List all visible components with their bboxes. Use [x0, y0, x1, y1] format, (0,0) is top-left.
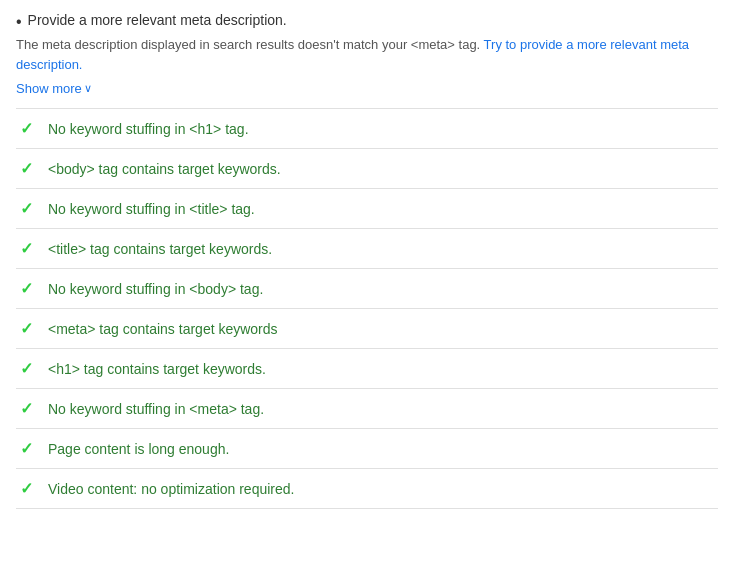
- check-item: ✓No keyword stuffing in <body> tag.: [16, 269, 718, 309]
- check-icon: ✓: [20, 399, 38, 418]
- check-icon: ✓: [20, 199, 38, 218]
- check-icon: ✓: [20, 319, 38, 338]
- check-label: <h1> tag contains target keywords.: [48, 361, 266, 377]
- check-icon: ✓: [20, 359, 38, 378]
- check-item: ✓No keyword stuffing in <meta> tag.: [16, 389, 718, 429]
- check-item: ✓No keyword stuffing in <title> tag.: [16, 189, 718, 229]
- check-list: ✓No keyword stuffing in <h1> tag.✓<body>…: [16, 108, 718, 509]
- show-more-label: Show more: [16, 81, 82, 96]
- check-icon: ✓: [20, 439, 38, 458]
- warning-title: • Provide a more relevant meta descripti…: [16, 12, 718, 31]
- check-icon: ✓: [20, 279, 38, 298]
- check-item: ✓Page content is long enough.: [16, 429, 718, 469]
- check-label: No keyword stuffing in <body> tag.: [48, 281, 263, 297]
- bullet-icon: •: [16, 12, 22, 31]
- show-more-link[interactable]: Show more ∨: [16, 81, 92, 96]
- warning-description: The meta description displayed in search…: [16, 35, 718, 74]
- chevron-down-icon: ∨: [84, 82, 92, 95]
- check-icon: ✓: [20, 159, 38, 178]
- check-label: <body> tag contains target keywords.: [48, 161, 281, 177]
- check-label: No keyword stuffing in <h1> tag.: [48, 121, 249, 137]
- check-item: ✓No keyword stuffing in <h1> tag.: [16, 109, 718, 149]
- check-item: ✓<h1> tag contains target keywords.: [16, 349, 718, 389]
- warning-section: • Provide a more relevant meta descripti…: [16, 12, 718, 100]
- check-icon: ✓: [20, 119, 38, 138]
- check-icon: ✓: [20, 479, 38, 498]
- check-item: ✓Video content: no optimization required…: [16, 469, 718, 509]
- check-label: No keyword stuffing in <title> tag.: [48, 201, 255, 217]
- check-label: Video content: no optimization required.: [48, 481, 294, 497]
- warning-title-text: Provide a more relevant meta description…: [28, 12, 287, 28]
- check-item: ✓<meta> tag contains target keywords: [16, 309, 718, 349]
- check-item: ✓<title> tag contains target keywords.: [16, 229, 718, 269]
- warning-link[interactable]: Try to provide a more relevant meta desc…: [16, 37, 689, 72]
- check-label: <meta> tag contains target keywords: [48, 321, 278, 337]
- check-item: ✓<body> tag contains target keywords.: [16, 149, 718, 189]
- check-label: Page content is long enough.: [48, 441, 229, 457]
- check-label: <title> tag contains target keywords.: [48, 241, 272, 257]
- check-icon: ✓: [20, 239, 38, 258]
- check-label: No keyword stuffing in <meta> tag.: [48, 401, 264, 417]
